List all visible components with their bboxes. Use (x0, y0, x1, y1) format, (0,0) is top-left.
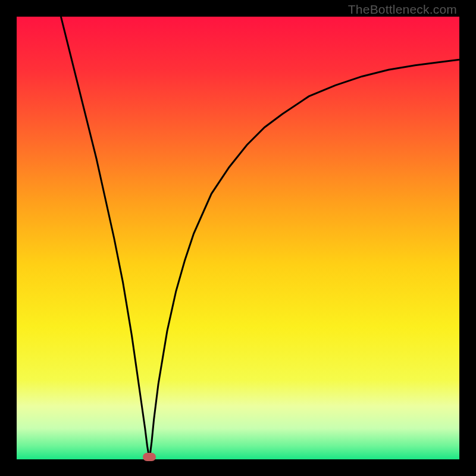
curve-layer (17, 17, 459, 459)
watermark-text: TheBottleneck.com (348, 2, 457, 17)
plot-area (17, 17, 459, 459)
optimal-marker (143, 453, 156, 461)
bottleneck-curve (61, 17, 459, 459)
chart-container: TheBottleneck.com (0, 0, 476, 476)
